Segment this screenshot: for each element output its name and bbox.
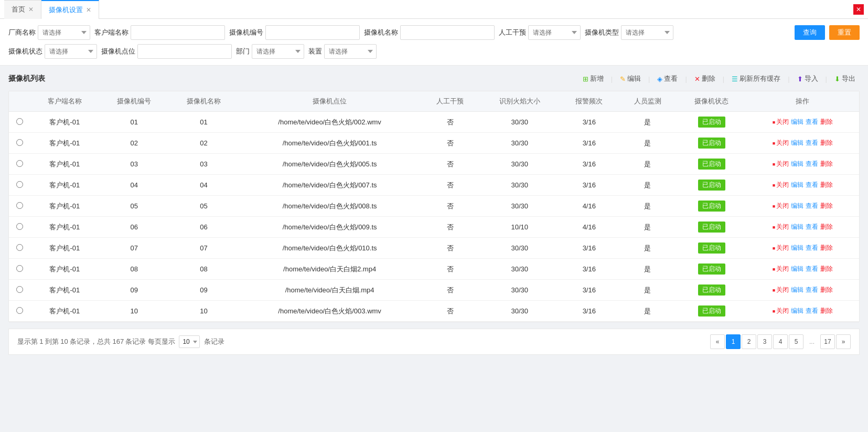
row-radio-0[interactable] xyxy=(9,112,30,133)
action-close-9[interactable]: 关闭 xyxy=(773,307,789,315)
delete-icon: ✕ xyxy=(694,75,700,83)
action-view-8[interactable]: 查看 xyxy=(806,286,818,294)
row-radio-4[interactable] xyxy=(9,196,30,217)
tab-camera-settings-close[interactable]: ✕ xyxy=(86,6,91,14)
action-close-4[interactable]: 关闭 xyxy=(773,202,789,210)
row-radio-7[interactable] xyxy=(9,259,30,280)
col-client: 客户端名称 xyxy=(30,91,100,112)
device-select[interactable]: 请选择 xyxy=(324,44,377,59)
row-radio-5[interactable] xyxy=(9,217,30,238)
edit-icon: ✎ xyxy=(620,75,626,83)
action-delete-5[interactable]: 删除 xyxy=(820,223,833,231)
action-view-3[interactable]: 查看 xyxy=(806,181,818,189)
action-edit-3[interactable]: 编辑 xyxy=(791,181,803,189)
row-radio-input-6[interactable] xyxy=(16,244,23,251)
page-5-button[interactable]: 5 xyxy=(789,334,803,349)
query-button[interactable]: 查询 xyxy=(795,25,825,40)
action-edit-4[interactable]: 编辑 xyxy=(791,202,803,210)
action-delete-3[interactable]: 删除 xyxy=(820,181,833,189)
row-radio-3[interactable] xyxy=(9,175,30,196)
row-radio-8[interactable] xyxy=(9,280,30,301)
refresh-button[interactable]: ☰ 刷新所有缓存 xyxy=(727,72,785,86)
per-page-select[interactable]: 102050 xyxy=(179,335,200,348)
camera-name-input[interactable] xyxy=(400,25,495,40)
action-close-5[interactable]: 关闭 xyxy=(773,223,789,231)
tab-home-close[interactable]: ✕ xyxy=(28,6,34,13)
page-1-button[interactable]: 1 xyxy=(726,334,741,349)
action-edit-2[interactable]: 编辑 xyxy=(791,160,803,168)
page-next-button[interactable]: » xyxy=(836,334,851,349)
action-delete-4[interactable]: 删除 xyxy=(820,202,833,210)
row-radio-input-5[interactable] xyxy=(16,223,23,230)
tab-camera-settings[interactable]: 摄像机设置 ✕ xyxy=(41,0,99,19)
action-edit-8[interactable]: 编辑 xyxy=(791,286,803,294)
page-last-button[interactable]: 17 xyxy=(820,334,835,349)
action-close-0[interactable]: 关闭 xyxy=(773,118,789,127)
action-close-8[interactable]: 关闭 xyxy=(773,286,789,294)
action-edit-5[interactable]: 编辑 xyxy=(791,223,803,231)
action-edit-0[interactable]: 编辑 xyxy=(791,118,803,127)
camera-location-label: 摄像机点位 xyxy=(101,47,135,56)
row-radio-input-1[interactable] xyxy=(16,139,23,146)
camera-type-select[interactable]: 请选择 xyxy=(621,25,673,40)
import-button[interactable]: ⬆ 导入 xyxy=(793,72,822,86)
action-view-0[interactable]: 查看 xyxy=(806,118,818,127)
row-radio-input-9[interactable] xyxy=(16,307,23,314)
delete-button[interactable]: ✕ 删除 xyxy=(690,72,720,86)
manual-select[interactable]: 请选择 xyxy=(528,25,581,40)
add-button[interactable]: ⊞ 新增 xyxy=(578,72,608,86)
action-delete-8[interactable]: 删除 xyxy=(820,286,833,294)
tab-home[interactable]: 首页 ✕ xyxy=(4,0,41,19)
dept-select[interactable]: 请选择 xyxy=(252,44,304,59)
action-delete-2[interactable]: 删除 xyxy=(820,160,833,168)
action-view-2[interactable]: 查看 xyxy=(806,160,818,168)
reset-button[interactable]: 重置 xyxy=(829,25,860,40)
action-edit-1[interactable]: 编辑 xyxy=(791,139,803,147)
page-3-button[interactable]: 3 xyxy=(757,334,772,349)
action-view-9[interactable]: 查看 xyxy=(806,307,818,315)
window-close-button[interactable]: ✕ xyxy=(853,4,864,15)
row-radio-input-3[interactable] xyxy=(16,181,23,188)
action-close-2[interactable]: 关闭 xyxy=(773,160,789,168)
action-delete-9[interactable]: 删除 xyxy=(820,307,833,315)
view-button[interactable]: ◈ 查看 xyxy=(653,72,682,86)
action-delete-6[interactable]: 删除 xyxy=(820,244,833,252)
action-view-7[interactable]: 查看 xyxy=(806,265,818,273)
camera-type-field-group: 摄像机类型 请选择 xyxy=(585,25,673,40)
action-edit-7[interactable]: 编辑 xyxy=(791,265,803,273)
camera-code-input[interactable] xyxy=(265,25,360,40)
row-radio-2[interactable] xyxy=(9,154,30,175)
cell-name-7: 08 xyxy=(169,259,239,280)
page-prev-button[interactable]: « xyxy=(710,334,725,349)
action-view-1[interactable]: 查看 xyxy=(806,139,818,147)
dept-label: 部门 xyxy=(236,47,250,56)
row-radio-1[interactable] xyxy=(9,133,30,154)
action-delete-7[interactable]: 删除 xyxy=(820,265,833,273)
action-edit-6[interactable]: 编辑 xyxy=(791,244,803,252)
camera-status-select[interactable]: 请选择 xyxy=(45,44,97,59)
action-delete-0[interactable]: 删除 xyxy=(820,118,833,127)
action-close-1[interactable]: 关闭 xyxy=(773,139,789,147)
vendor-select[interactable]: 请选择 xyxy=(38,25,90,40)
edit-button[interactable]: ✎ 编辑 xyxy=(616,72,645,86)
action-close-7[interactable]: 关闭 xyxy=(773,265,789,273)
row-radio-input-7[interactable] xyxy=(16,265,23,272)
camera-location-input[interactable] xyxy=(137,44,232,59)
action-edit-9[interactable]: 编辑 xyxy=(791,307,803,315)
row-radio-input-0[interactable] xyxy=(16,118,23,125)
action-view-4[interactable]: 查看 xyxy=(806,202,818,210)
row-radio-input-8[interactable] xyxy=(16,286,23,293)
client-input[interactable] xyxy=(131,25,225,40)
row-radio-input-4[interactable] xyxy=(16,202,23,209)
action-delete-1[interactable]: 删除 xyxy=(820,139,833,147)
export-button[interactable]: ⬇ 导出 xyxy=(830,72,860,86)
action-close-3[interactable]: 关闭 xyxy=(773,181,789,189)
row-radio-6[interactable] xyxy=(9,238,30,259)
row-radio-9[interactable] xyxy=(9,301,30,322)
action-close-6[interactable]: 关闭 xyxy=(773,244,789,252)
action-view-6[interactable]: 查看 xyxy=(806,244,818,252)
page-4-button[interactable]: 4 xyxy=(773,334,788,349)
action-view-5[interactable]: 查看 xyxy=(806,223,818,231)
row-radio-input-2[interactable] xyxy=(16,160,23,167)
page-2-button[interactable]: 2 xyxy=(742,334,756,349)
